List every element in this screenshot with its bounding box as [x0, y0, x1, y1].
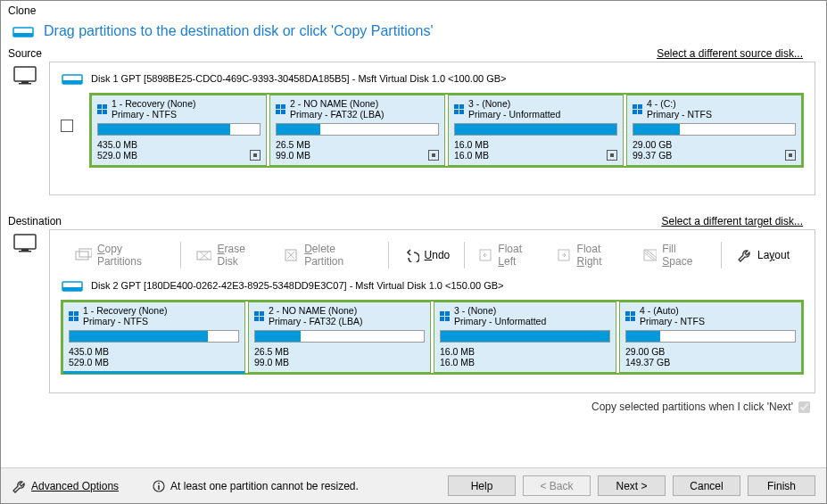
- disk-icon: [12, 22, 35, 40]
- undo-button[interactable]: Undo: [396, 244, 458, 266]
- next-button[interactable]: Next >: [598, 475, 666, 496]
- back-button: < Back: [523, 475, 591, 496]
- source-partitions: 1 - Recovery (None)Primary - NTFS435.0 M…: [89, 93, 804, 168]
- partition-1[interactable]: 1 - Recovery (None)Primary - NTFS435.0 M…: [62, 302, 245, 373]
- svg-line-23: [644, 250, 657, 260]
- svg-rect-13: [79, 249, 92, 257]
- source-select-all-checkbox[interactable]: [61, 120, 73, 132]
- destination-partitions: 1 - Recovery (None)Primary - NTFS435.0 M…: [61, 300, 804, 375]
- finish-button[interactable]: Finish: [748, 475, 815, 496]
- partition-2[interactable]: 2 - NO NAME (None)Primary - FAT32 (LBA)2…: [248, 302, 431, 373]
- source-label: Source: [8, 47, 42, 60]
- destination-disk-info: Disk 2 GPT [180DE400-0262-42E3-8925-5348…: [91, 280, 503, 291]
- instruction-text: Drag partitions to the destination disk …: [44, 23, 434, 39]
- source-panel: Disk 1 GPT [5898BE25-CDC0-469C-9393-3045…: [49, 62, 815, 195]
- copy-selected-label: Copy selected partitions when I click 'N…: [591, 401, 793, 413]
- help-button[interactable]: Help: [448, 475, 516, 496]
- erase-disk-button[interactable]: Erase Disk: [188, 239, 274, 271]
- float-right-button[interactable]: Float Right: [550, 239, 633, 271]
- svg-rect-12: [76, 252, 88, 260]
- copy-partitions-button[interactable]: Copy Partitions: [68, 239, 173, 271]
- advanced-options-link[interactable]: Advanced Options: [12, 479, 119, 493]
- fill-space-button[interactable]: Fill Space: [636, 239, 714, 271]
- float-left-button[interactable]: Float Left: [472, 239, 547, 271]
- partition-3[interactable]: 3 - (None)Primary - Unformatted16.0 MB16…: [434, 302, 616, 373]
- partition-3[interactable]: 3 - (None)Primary - Unformatted16.0 MB16…: [448, 95, 624, 166]
- partition-1[interactable]: 1 - Recovery (None)Primary - NTFS435.0 M…: [91, 95, 267, 166]
- disk-icon: [61, 70, 84, 87]
- instruction-row: Drag partitions to the destination disk …: [1, 21, 826, 47]
- layout-button[interactable]: Layout: [729, 244, 797, 266]
- partition-4[interactable]: 4 - (Auto)Primary - NTFS29.00 GB149.37 G…: [619, 302, 802, 373]
- partition-menu-icon[interactable]: [607, 150, 617, 161]
- monitor-icon: [12, 62, 38, 204]
- partition-menu-icon[interactable]: [250, 150, 261, 161]
- disk-icon: [61, 277, 84, 294]
- destination-toolbar: Copy Partitions Erase Disk Delete Partit…: [61, 237, 804, 277]
- destination-panel: Copy Partitions Erase Disk Delete Partit…: [49, 229, 815, 393]
- destination-label: Destination: [8, 215, 62, 227]
- copy-selected-checkbox[interactable]: [798, 401, 810, 413]
- select-different-target-link[interactable]: Select a different target disk...: [661, 215, 803, 227]
- partition-2[interactable]: 2 - NO NAME (None)Primary - FAT32 (LBA)2…: [269, 95, 445, 166]
- cancel-button[interactable]: Cancel: [673, 475, 740, 496]
- partition-menu-icon[interactable]: [785, 150, 796, 161]
- monitor-icon: [12, 229, 38, 393]
- select-different-source-link[interactable]: Select a different source disk...: [657, 47, 803, 60]
- footer-bar: Advanced Options At least one partition …: [1, 467, 826, 503]
- source-disk-info: Disk 1 GPT [5898BE25-CDC0-469C-9393-3045…: [91, 73, 507, 84]
- footer-info: At least one partition cannot be resized…: [153, 480, 359, 492]
- partition-4[interactable]: 4 - (C:)Primary - NTFS29.00 GB99.37 GB: [626, 95, 802, 166]
- window-title: Clone: [1, 1, 826, 21]
- delete-partition-button[interactable]: Delete Partition: [277, 239, 380, 271]
- partition-menu-icon[interactable]: [428, 150, 439, 161]
